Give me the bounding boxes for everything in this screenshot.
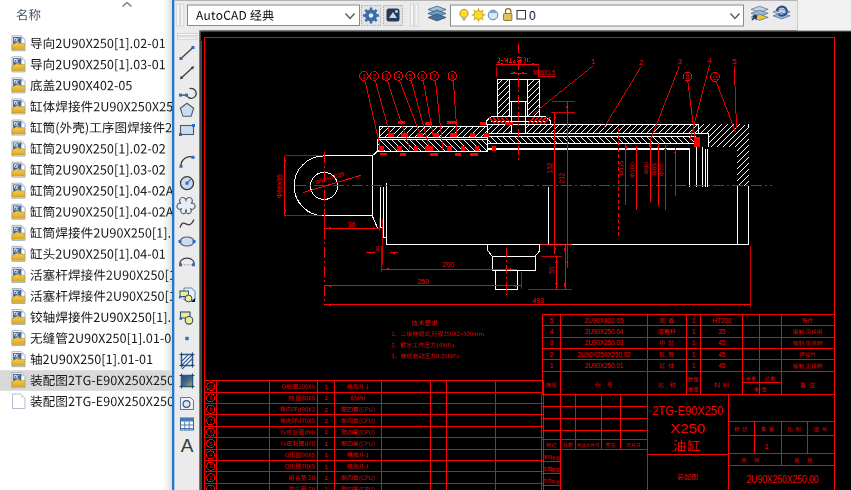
svg-text:A: A <box>181 435 194 456</box>
svg-text:5: 5 <box>732 57 737 66</box>
svg-text:13: 13 <box>712 75 718 81</box>
svg-text:2: 2 <box>324 417 328 424</box>
svg-text:6: 6 <box>209 429 212 435</box>
svg-text:1: 1 <box>692 317 696 324</box>
svg-text:212: 212 <box>558 172 565 183</box>
svg-text:8: 8 <box>376 245 380 252</box>
svg-text:Φ70: Φ70 <box>657 164 664 176</box>
svg-text:9: 9 <box>209 395 212 401</box>
svg-text:132: 132 <box>546 162 553 173</box>
svg-text:8: 8 <box>686 73 690 80</box>
svg-text:3: 3 <box>550 339 554 346</box>
svg-text:X250: X250 <box>670 421 705 436</box>
svg-text:2: 2 <box>209 475 212 481</box>
svg-text:10: 10 <box>208 384 214 390</box>
svg-text:0: 0 <box>529 9 536 23</box>
svg-text:M36X1.5: M36X1.5 <box>533 69 555 76</box>
svg-text:1: 1 <box>324 463 328 470</box>
svg-text:1: 1 <box>324 451 328 458</box>
svg-text:1: 1 <box>692 339 696 346</box>
svg-text:4: 4 <box>397 73 401 80</box>
svg-text:2TG-E90X250: 2TG-E90X250 <box>652 403 723 418</box>
svg-text:35: 35 <box>718 328 726 335</box>
svg-text:HT200: HT200 <box>712 317 731 324</box>
svg-text:2U90X250.03: 2U90X250.03 <box>585 339 624 346</box>
svg-text:250: 250 <box>417 278 429 285</box>
svg-text:2: 2 <box>550 351 554 358</box>
svg-text:4: 4 <box>209 452 212 458</box>
svg-text:7: 7 <box>209 418 212 424</box>
svg-text:493: 493 <box>532 297 544 304</box>
svg-text:36: 36 <box>348 221 356 228</box>
svg-text:Φ85: Φ85 <box>650 163 657 175</box>
svg-text:2U90X250.01: 2U90X250.01 <box>585 362 624 369</box>
svg-text:Φ66X35: Φ66X35 <box>276 174 283 198</box>
svg-text:Φ100: Φ100 <box>628 162 635 178</box>
svg-text:1: 1 <box>324 383 328 390</box>
svg-text:1: 1 <box>550 362 554 369</box>
svg-text:50: 50 <box>548 266 555 274</box>
svg-text:1: 1 <box>764 442 768 451</box>
svg-text:2U90X250.04: 2U90X250.04 <box>585 328 624 335</box>
svg-text:45: 45 <box>718 351 726 358</box>
svg-text:1: 1 <box>692 362 696 369</box>
svg-text:1: 1 <box>324 394 328 401</box>
svg-text:2U90X402-05: 2U90X402-05 <box>585 317 624 324</box>
svg-text:1: 1 <box>692 328 696 335</box>
svg-text:1: 1 <box>362 73 366 80</box>
svg-text:4: 4 <box>550 328 554 335</box>
svg-text:1: 1 <box>209 486 212 490</box>
svg-text:4: 4 <box>707 56 712 65</box>
svg-text:45: 45 <box>718 362 726 369</box>
svg-text:1: 1 <box>324 440 328 447</box>
svg-text:8: 8 <box>450 73 454 80</box>
svg-text:5: 5 <box>209 441 212 447</box>
svg-text:2: 2 <box>372 73 376 80</box>
svg-text:2U90X250X250.00: 2U90X250X250.00 <box>747 473 819 485</box>
svg-text:1: 1 <box>692 351 696 358</box>
svg-text:1: 1 <box>324 428 328 435</box>
svg-text:3: 3 <box>677 57 682 66</box>
svg-text:8: 8 <box>209 406 212 412</box>
svg-text:3: 3 <box>209 463 212 469</box>
svg-text:2: 2 <box>639 58 644 67</box>
svg-text:1: 1 <box>324 474 328 481</box>
svg-text:45: 45 <box>718 339 726 346</box>
svg-text:5: 5 <box>550 317 554 324</box>
svg-text:2U90X250X250.02: 2U90X250X250.02 <box>577 351 631 358</box>
svg-text:1: 1 <box>324 485 328 490</box>
svg-text:Φ115: Φ115 <box>617 160 624 175</box>
svg-text:Φ90: Φ90 <box>642 162 649 174</box>
svg-text:3: 3 <box>384 73 388 80</box>
svg-text:6: 6 <box>420 73 424 80</box>
svg-text:7: 7 <box>433 73 437 80</box>
svg-text:1: 1 <box>591 57 596 66</box>
svg-text:5: 5 <box>408 73 412 80</box>
svg-text:200: 200 <box>442 261 454 268</box>
svg-text:2: 2 <box>324 406 328 413</box>
